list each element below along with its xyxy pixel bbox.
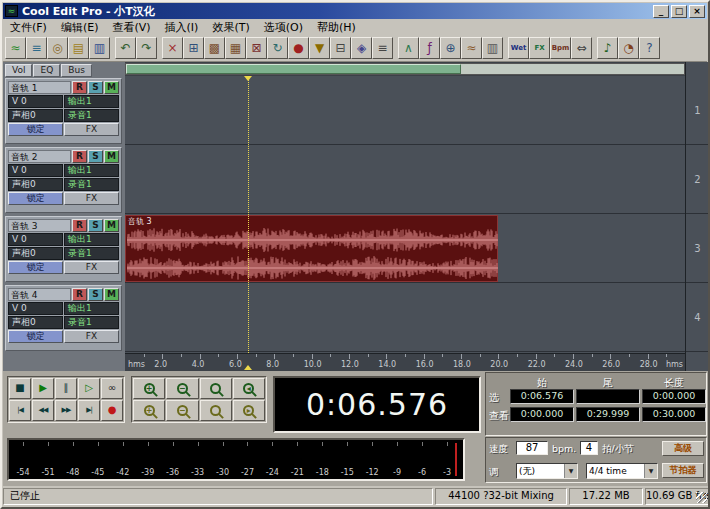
pan-field[interactable]: 声相0 [8,109,63,122]
go-to-end-button[interactable]: ▶| [78,400,100,421]
solo-button[interactable]: S [88,288,103,301]
redo-button[interactable]: ↷ [136,37,157,59]
menu-item-7[interactable]: 帮助(H) [310,19,363,36]
copy-button[interactable]: ⊞ [183,37,204,59]
paste-button[interactable]: ▩ [204,37,225,59]
record-arm-button[interactable]: R [72,150,87,163]
punch-in-button[interactable]: ● [288,37,309,59]
titlebar[interactable]: ≈ Cool Edit Pro - 小T汉化 _ □ × [3,3,707,19]
cut-button[interactable]: × [162,37,183,59]
volume-field[interactable]: V 0 [8,164,63,177]
menu-item-3[interactable]: 查看(V) [105,19,157,36]
delete-clip-button[interactable]: ⊠ [246,37,267,59]
playhead-marker-bottom-icon[interactable] [244,365,252,370]
maximize-button[interactable]: □ [671,5,687,18]
horizontal-scrollbar[interactable] [125,63,685,75]
lock-button[interactable]: 锁定 [8,123,63,136]
menu-item-2[interactable]: 编辑(E) [54,19,106,36]
timeline-track-1[interactable] [125,76,685,145]
play-to-end-button[interactable]: ▷ [78,378,100,399]
stop-button[interactable]: ■ [9,378,31,399]
fx-button[interactable]: FX [64,192,119,205]
play-button[interactable]: ▶ [32,378,54,399]
menu-item-4[interactable]: 插入(I) [158,19,206,36]
output-field[interactable]: 输出1 [64,164,119,177]
record-device-field[interactable]: 录音1 [64,247,119,260]
record-device-field[interactable]: 录音1 [64,109,119,122]
session-clock-button[interactable]: ◔ [618,37,639,59]
record-arm-button[interactable]: R [72,288,87,301]
pan-field[interactable]: 声相0 [8,247,63,260]
cd-project-view-button[interactable]: ◎ [47,37,68,59]
tab-eq[interactable]: EQ [33,64,60,77]
effects-rack-button[interactable]: ƒ [419,37,440,59]
save-file-button[interactable]: ▥ [89,37,110,59]
fx-button[interactable]: FX [64,330,119,343]
volume-field[interactable]: V 0 [8,302,63,315]
time-signature-select[interactable]: 4/4 time ▼ [586,463,658,479]
beats-per-bar-field[interactable]: 4 [580,441,598,455]
zoom-to-left-button[interactable]: ◂ [233,378,265,399]
lock-button[interactable]: 锁定 [8,192,63,205]
bpm-tap-button[interactable]: Bpm [550,37,571,59]
mute-button[interactable]: M [104,150,119,163]
menu-item-6[interactable]: 选项(O) [257,19,310,36]
zoom-full-button[interactable] [200,378,232,399]
lock-button[interactable]: 锁定 [8,261,63,274]
record-arm-button[interactable]: R [72,81,87,94]
lock-button[interactable]: 锁定 [8,330,63,343]
fast-forward-button[interactable]: ▶▶ [55,400,77,421]
advanced-button[interactable]: 高级 [662,441,704,456]
menu-item-5[interactable]: 效果(T) [205,19,256,36]
tab-bus[interactable]: Bus [61,64,92,77]
undo-button[interactable]: ↶ [115,37,136,59]
mute-button[interactable]: M [104,219,119,232]
record-device-field[interactable]: 录音1 [64,178,119,191]
snapping-button[interactable]: ⊟ [330,37,351,59]
tempo-value-field[interactable]: 87 [516,441,548,455]
zoom-in-horizontal-button[interactable]: + [133,378,165,399]
wet-dry-button[interactable]: Wet [508,37,529,59]
loop-duplicate-button[interactable]: ↻ [267,37,288,59]
mix-paste-button[interactable]: ▦ [225,37,246,59]
record-arm-button[interactable]: R [72,219,87,232]
clip-properties-button[interactable]: ≡ [372,37,393,59]
scrollbar-thumb[interactable] [126,64,461,74]
metronome-button[interactable]: ♪ [597,37,618,59]
volume-field[interactable]: V 0 [8,233,63,246]
tracks-area[interactable]: 音轨 3 [125,76,685,353]
record-device-field[interactable]: 录音1 [64,316,119,329]
multitrack-view-button[interactable]: ≡ [26,37,47,59]
timeline-track-4[interactable] [125,283,685,352]
level-meter[interactable]: -54-51-48-45-42-39-36-33-30-27-24-21-18-… [7,438,465,481]
help-button[interactable]: ? [639,37,660,59]
pan-field[interactable]: 声相0 [8,316,63,329]
close-button[interactable]: × [689,5,705,18]
rewind-button[interactable]: ◀◀ [32,400,54,421]
time-ruler[interactable]: hms hms 2.04.06.08.010.012.014.016.018.0… [125,353,685,370]
fx-power-button[interactable]: FX [529,37,550,59]
menu-item-1[interactable]: 文件(F) [3,19,54,36]
scroll-mode-button[interactable]: ⇔ [571,37,592,59]
output-field[interactable]: 输出1 [64,302,119,315]
play-looped-button[interactable]: ∞ [101,378,123,399]
pan-field[interactable]: 声相0 [8,178,63,191]
key-select[interactable]: (无) ▼ [516,463,578,479]
open-file-button[interactable]: ▤ [68,37,89,59]
zoom-out-horizontal-button[interactable]: − [166,378,198,399]
playhead-cursor[interactable] [248,76,249,353]
go-to-beginning-button[interactable]: |◀ [9,400,31,421]
solo-button[interactable]: S [88,150,103,163]
playhead-marker-top-icon[interactable] [244,76,252,81]
fx-button[interactable]: FX [64,261,119,274]
audio-clip[interactable]: 音轨 3 [125,215,498,282]
record-button[interactable]: ● [101,400,123,421]
zoom-out-vertical-button[interactable]: − [166,400,198,421]
zoom-in-vertical-button[interactable]: + [133,400,165,421]
insert-marker-button[interactable]: ▼ [309,37,330,59]
track-eq-button[interactable]: ≈ [461,37,482,59]
minimize-button[interactable]: _ [653,5,669,18]
zoom-to-selection-button[interactable] [200,400,232,421]
zoom-to-right-button[interactable]: ▸ [233,400,265,421]
tab-vol[interactable]: Vol [5,64,32,77]
